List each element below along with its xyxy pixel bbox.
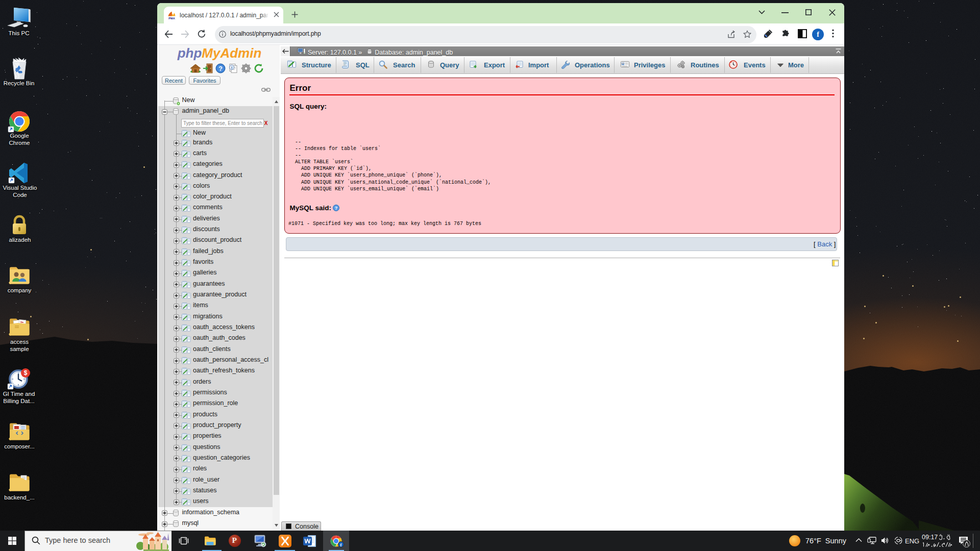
svg-text:$: $ (24, 369, 28, 377)
svg-text:?: ? (218, 65, 223, 72)
svg-text:?: ? (335, 206, 338, 211)
svg-text:PMA: PMA (168, 17, 175, 20)
svg-text:i: i (231, 65, 232, 70)
